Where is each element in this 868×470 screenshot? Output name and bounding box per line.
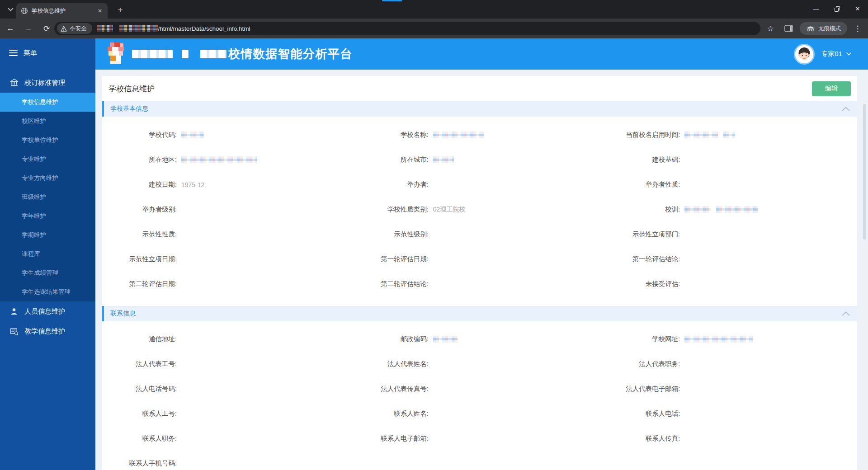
field-label: 通信地址: <box>102 335 177 343</box>
sidebar-item-school-year[interactable]: 学年维护 <box>0 207 95 226</box>
sidebar-item-major-direction[interactable]: 专业方向维护 <box>0 169 95 188</box>
chevron-up-icon[interactable] <box>842 310 850 318</box>
field-label: 建校基础: <box>605 155 680 164</box>
scrollbar-thumb[interactable] <box>863 104 866 240</box>
field-label: 学校性质类别: <box>354 205 429 214</box>
field-mailing-address: 通信地址: <box>102 335 354 343</box>
sidebar-group-teaching[interactable]: 教学信息维护 <box>0 321 95 341</box>
field-label: 举办者级别: <box>102 205 177 214</box>
field-legal-email: 法人代表电子邮箱: <box>605 385 857 393</box>
field-second-eval-date: 第二轮评估日期: <box>102 280 354 288</box>
field-contact-mobile: 联系人手机号码: <box>102 459 354 468</box>
field-contact-fax: 联系人传真: <box>605 434 857 443</box>
forward-button[interactable]: → <box>21 21 36 36</box>
tab-title: 学校信息维护 <box>32 7 96 15</box>
section-header-basic-info[interactable]: 学校基本信息 <box>102 101 857 117</box>
security-warning-chip[interactable]: 不安全 <box>57 23 92 34</box>
window-restore-button[interactable] <box>826 0 847 17</box>
redacted-value <box>684 206 711 213</box>
redacted-url-host <box>97 25 113 32</box>
sidebar-item-class[interactable]: 班级维护 <box>0 188 95 207</box>
redacted-value <box>716 206 758 213</box>
field-label: 第一轮评估结论: <box>605 255 680 263</box>
field-contact-name: 联系人姓名: <box>354 409 606 418</box>
redacted-value <box>684 132 718 138</box>
browser-tabstrip: 学校信息维护 ✕ + — ✕ <box>0 0 868 19</box>
page-title: 学校信息维护 <box>108 84 155 94</box>
window-close-button[interactable]: ✕ <box>847 0 868 17</box>
url-path: /html/masterData/school_info.html <box>158 25 250 32</box>
sidebar-item-student-grades[interactable]: 学生成绩管理 <box>0 263 95 282</box>
reload-button[interactable]: ⟳ <box>39 21 54 36</box>
redacted-value <box>433 336 458 343</box>
field-first-eval-date: 第一轮评估日期: <box>354 255 606 263</box>
section-title: 联系信息 <box>110 310 136 318</box>
field-contact-title: 联系人职务: <box>102 434 354 443</box>
field-label: 联系人工号: <box>102 409 177 418</box>
field-value: 1975-12 <box>181 181 204 188</box>
chevron-down-icon <box>846 52 851 56</box>
sidebar-group-standards[interactable]: 校订标准管理 <box>0 73 95 93</box>
institution-icon <box>9 78 19 87</box>
field-label: 当前校名启用时间: <box>605 131 680 139</box>
redacted-value <box>181 132 204 138</box>
back-button[interactable]: ← <box>3 21 18 36</box>
sidebar-item-major[interactable]: 专业维护 <box>0 150 95 169</box>
sidebar-menu-toggle[interactable]: 菜单 <box>0 44 95 62</box>
sidebar-submenu: 学校信息维护 校区维护 学校单位维护 专业维护 专业方向维护 班级维护 学年维护… <box>0 93 95 301</box>
field-school-motto: 校训: <box>605 205 857 214</box>
field-label: 联系人传真: <box>605 434 680 443</box>
sidebar-item-school-unit[interactable]: 学校单位维护 <box>0 131 95 150</box>
field-label: 示范性立项日期: <box>102 255 177 263</box>
tab-accent-line <box>382 0 402 1</box>
chevron-up-icon[interactable] <box>842 105 850 113</box>
new-tab-button[interactable]: + <box>114 4 127 16</box>
field-organizer: 举办者: <box>354 180 606 189</box>
section-header-contact-info[interactable]: 联系信息 <box>102 306 857 321</box>
sidebar-item-campus[interactable]: 校区维护 <box>0 112 95 131</box>
field-postal-code: 邮政编码: <box>354 335 606 343</box>
teaching-doc-icon <box>9 327 19 336</box>
form-row: 建校日期:1975-12 举办者: 举办者性质: <box>102 172 857 197</box>
field-label: 法人电话号码: <box>102 385 177 393</box>
sidebar-item-course-library[interactable]: 课程库 <box>0 244 95 263</box>
edit-button[interactable]: 编辑 <box>812 81 851 96</box>
sidebar-group-personnel[interactable]: 人员信息维护 <box>0 301 95 321</box>
field-label: 学校名称: <box>354 131 429 139</box>
sidebar: 菜单 校订标准管理 学校信息维护 校区维护 学校单位维护 专业维护 专业方向维护… <box>0 38 95 470</box>
browser-tab[interactable]: 学校信息维护 ✕ <box>16 3 108 19</box>
field-founding-date: 建校日期:1975-12 <box>102 180 354 189</box>
field-label: 示范性级别: <box>354 230 429 239</box>
sidebar-item-course-selection[interactable]: 学生选课结果管理 <box>0 282 95 301</box>
tab-search-chevron-icon[interactable] <box>5 4 16 15</box>
window-minimize-button[interactable]: — <box>806 0 826 17</box>
form-row: 示范性立项日期: 第一轮评估日期: 第一轮评估结论: <box>102 247 857 272</box>
user-menu[interactable]: 专家01 <box>794 38 851 70</box>
incognito-label: 无痕模式 <box>818 25 841 33</box>
field-first-eval-result: 第一轮评估结论: <box>605 255 857 263</box>
contact-info-form: 通信地址: 邮政编码: 学校网址: 法人代表工号: 法人代表姓名: 法人代表职务… <box>102 321 857 470</box>
redacted-value <box>433 156 454 163</box>
field-label: 第一轮评估日期: <box>354 255 429 263</box>
form-row: 学校代码: 学校名称: 当前校名启用时间: <box>102 122 857 147</box>
redacted-org-name <box>200 50 226 58</box>
redacted-url-host <box>119 25 158 32</box>
username: 专家01 <box>821 50 842 58</box>
field-label: 示范性立项部门: <box>605 230 680 239</box>
field-founding-basis: 建校基础: <box>605 155 857 164</box>
field-not-evaluated: 未接受评估: <box>605 280 857 288</box>
window-controls: — ✕ <box>806 0 868 17</box>
platform-title: 校情数据智能分析平台 <box>228 46 353 62</box>
sidebar-item-school-info[interactable]: 学校信息维护 <box>0 93 95 112</box>
field-name-start-date: 当前校名启用时间: <box>605 131 857 139</box>
sidebar-item-semester[interactable]: 学期维护 <box>0 226 95 244</box>
group-label: 校订标准管理 <box>24 79 65 87</box>
browser-menu-kebab-icon[interactable]: ⋮ <box>850 21 865 36</box>
scrollbar[interactable] <box>863 102 867 470</box>
field-organizer-level: 举办者级别: <box>102 205 354 214</box>
tab-close-icon[interactable]: ✕ <box>96 7 104 15</box>
field-legal-rep-name: 法人代表姓名: <box>354 360 606 368</box>
url-bar[interactable]: 不安全 /html/masterData/school_info.html <box>54 22 760 35</box>
bookmark-star-icon[interactable]: ☆ <box>763 21 778 36</box>
side-panel-icon[interactable] <box>781 21 796 36</box>
